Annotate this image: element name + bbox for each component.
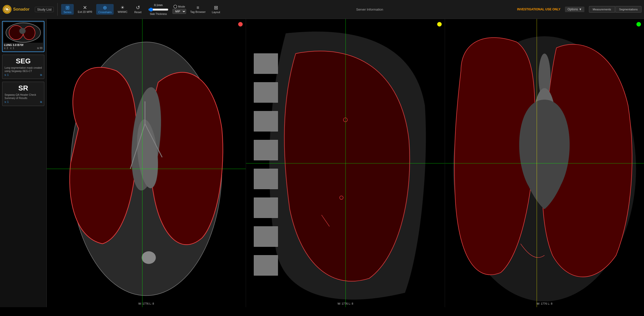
exit-2d-mpr-button[interactable]: ✕ Exit 2D MPR [76, 4, 94, 15]
exit-icon: ✕ [83, 5, 87, 10]
sr-s: s: 1 [5, 101, 9, 104]
axial-wl: W: 1776 L: 8 [138, 302, 154, 305]
options-button[interactable]: Options ▼ [565, 7, 584, 12]
sr-numbers: s: 1 ⧉ [5, 101, 42, 104]
seg-copy-icon: ⧉ [40, 74, 42, 77]
sidebar: LUNG 3.0 B70f s: 2 c: 1 ⧉ 99 SEG Lung se… [0, 19, 47, 307]
toolbar-divider [57, 3, 58, 16]
series-thumbnail [4, 22, 43, 43]
coronal-crosshair-vertical [537, 19, 537, 307]
axial-crosshair-vertical [142, 19, 142, 307]
layout-button[interactable]: ⊞ Layout [210, 4, 222, 15]
series-name: LUNG 3.0 B70f [4, 43, 42, 46]
seg-item-lung-segmentation[interactable]: SEG Lung segmentation mask created using… [2, 55, 44, 79]
logo-area: Sonador [3, 5, 33, 14]
series-s-label: s: 2 [4, 47, 8, 50]
series-icon: ⊞ [65, 5, 70, 10]
crosshairs-icon: ⊕ [103, 5, 107, 10]
measurements-segmentations-group: Measurements Segmentations [589, 6, 641, 13]
reset-button[interactable]: ↺ Reset [132, 4, 144, 15]
sagittal-crosshair-vertical [345, 19, 346, 307]
series-meta: LUNG 3.0 B70f s: 2 c: 1 ⧉ 99 [4, 43, 43, 51]
mode-radio[interactable] [174, 5, 177, 8]
sonador-logo [3, 5, 12, 14]
series-numbers: s: 2 c: 1 ⧉ 99 [4, 47, 42, 50]
server-info-button[interactable]: Server Information [356, 8, 383, 11]
app-name: Sonador [13, 7, 30, 12]
viewport-area: W: 1776 L: 8 W: 1776 L: 8 W: 1776 L: 8 [47, 19, 644, 307]
sagittal-wl: W: 1776 L: 8 [337, 302, 353, 305]
toolbar: Sonador Study List ⊞ Series ✕ Exit 2D MP… [0, 0, 644, 19]
series-button[interactable]: ⊞ Series [61, 4, 74, 15]
axial-viewport[interactable]: W: 1776 L: 8 [47, 19, 246, 307]
sr-copy-icon: ⧉ [40, 101, 42, 104]
series-count: ⧉ 99 [37, 47, 42, 50]
study-list-button[interactable]: Study List [35, 7, 54, 12]
seg-numbers: s: 1 ⧉ [5, 74, 42, 77]
mip-select[interactable]: MIP [172, 9, 186, 14]
sr-item-qa-header[interactable]: SR Segaway-QA Header Check Summary of Re… [2, 82, 44, 106]
coronal-wl: W: 1776 L: 8 [537, 302, 552, 305]
sr-label: SR [5, 84, 42, 92]
tag-browser-button[interactable]: ≡ Tag Browser [188, 4, 208, 14]
measurements-button[interactable]: Measurements [589, 6, 615, 13]
sr-description: Segaway-QA Header Check Summary of Resul… [5, 93, 42, 100]
axial-crosshair-horizontal [47, 169, 246, 169]
mode-mip-group: Mode MIP [172, 5, 186, 14]
coronal-dot [636, 22, 641, 27]
slab-value: 0.1mm [154, 4, 163, 7]
mode-label: Mode [178, 5, 185, 8]
investigational-label: INVESTIGATIONAL USE ONLY [517, 8, 560, 11]
slab-slider[interactable] [148, 8, 168, 12]
crosshairs-button[interactable]: ⊕ Crosshairs [96, 4, 114, 15]
slab-thickness-group: 0.1mm Slab Thickness [146, 3, 170, 16]
series-item-lung[interactable]: LUNG 3.0 B70f s: 2 c: 1 ⧉ 99 [2, 21, 44, 52]
tag-browser-icon: ≡ [196, 5, 199, 10]
axial-canvas [47, 19, 246, 307]
seg-label: SEG [5, 57, 42, 65]
main-content: LUNG 3.0 B70f s: 2 c: 1 ⧉ 99 SEG Lung se… [0, 19, 644, 307]
layout-icon: ⊞ [214, 5, 218, 10]
segmentations-button[interactable]: Segmentations [615, 6, 641, 13]
wwwc-button[interactable]: ☀ WWWC [116, 4, 130, 14]
axial-dot [238, 22, 243, 27]
series-c-label: c: 1 [10, 47, 14, 50]
sagittal-viewport[interactable]: W: 1776 L: 8 [246, 19, 445, 307]
wwwc-icon: ☀ [120, 5, 125, 10]
seg-description: Lung segmentation mask created using Seg… [5, 66, 42, 73]
coronal-crosshair-horizontal [445, 163, 644, 163]
reset-icon: ↺ [136, 5, 140, 10]
coronal-viewport[interactable]: W: 1776 L: 8 [445, 19, 644, 307]
seg-s: s: 1 [5, 74, 9, 77]
